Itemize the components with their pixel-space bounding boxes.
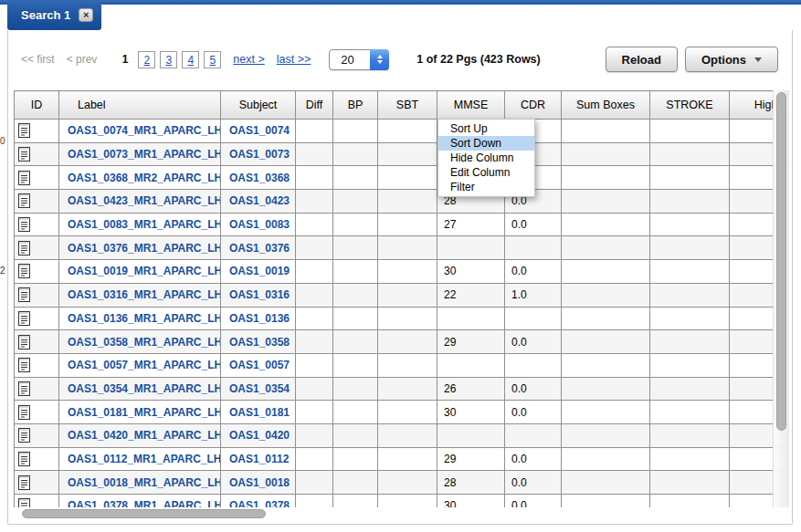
menu-item-edit-column[interactable]: Edit Column — [438, 165, 534, 180]
label-link[interactable]: OAS1_0420_MR1_APARC_LH — [68, 429, 221, 442]
column-header-id[interactable]: ID — [15, 91, 59, 120]
select-stepper-icon — [370, 49, 389, 70]
subject-link[interactable]: OAS1_0083 — [229, 218, 290, 231]
subject-link[interactable]: OAS1_0358 — [229, 336, 290, 349]
subject-link[interactable]: OAS1_0019 — [229, 265, 290, 277]
report-icon[interactable] — [18, 287, 30, 302]
table-row: OAS1_0368_MR2_APARC_LHOAS1_0368 — [15, 166, 790, 190]
vertical-scrollbar[interactable] — [773, 90, 789, 507]
sum-boxes-cell — [562, 495, 650, 508]
bp-cell — [333, 213, 378, 236]
label-link[interactable]: OAS1_0423_MR1_APARC_LH — [68, 194, 221, 207]
report-icon[interactable] — [18, 475, 30, 490]
horizontal-scrollbar-thumb[interactable] — [22, 509, 266, 518]
label-cell: OAS1_0136_MR1_APARC_LH — [59, 307, 221, 330]
menu-item-hide-column[interactable]: Hide Column — [438, 151, 534, 165]
report-icon[interactable] — [18, 147, 30, 162]
table-row: OAS1_0378_MR1_APARC_LHOAS1_0378300.0 — [15, 495, 790, 508]
label-link[interactable]: OAS1_0112_MR1_APARC_LH — [68, 453, 221, 465]
page-link-5[interactable]: 5 — [204, 51, 221, 68]
page-link-2[interactable]: 2 — [138, 51, 155, 68]
label-link[interactable]: OAS1_0316_MR1_APARC_LH — [68, 288, 221, 301]
label-link[interactable]: OAS1_0368_MR2_APARC_LH — [68, 172, 221, 184]
subject-link[interactable]: OAS1_0420 — [229, 429, 290, 442]
table-row: OAS1_0018_MR1_APARC_LHOAS1_0018280.0 — [15, 471, 790, 495]
label-link[interactable]: OAS1_0378_MR1_APARC_LH — [68, 499, 221, 507]
subject-link[interactable]: OAS1_0368 — [229, 172, 290, 184]
label-link[interactable]: OAS1_0073_MR1_APARC_LH — [68, 148, 221, 161]
column-header-mmse[interactable]: MMSE — [437, 91, 505, 120]
tab-search-1[interactable]: Search 1 × — [7, 0, 101, 30]
vertical-scrollbar-thumb[interactable] — [776, 92, 786, 431]
subject-link[interactable]: OAS1_0057 — [229, 359, 290, 371]
report-icon[interactable] — [18, 311, 30, 326]
table-row: OAS1_0316_MR1_APARC_LHOAS1_0316221.0 — [15, 283, 790, 307]
label-link[interactable]: OAS1_0358_MR1_APARC_LH — [68, 336, 221, 349]
column-header-label[interactable]: Label — [59, 91, 221, 120]
pager-first-link[interactable]: << first — [21, 53, 55, 66]
label-link[interactable]: OAS1_0019_MR1_APARC_LH — [68, 265, 221, 277]
diff-cell — [296, 307, 333, 330]
horizontal-scrollbar[interactable] — [14, 507, 789, 520]
report-icon[interactable] — [18, 193, 30, 208]
subject-link[interactable]: OAS1_0073 — [229, 148, 290, 161]
pager-last-link[interactable]: last >> — [277, 53, 311, 66]
subject-link[interactable]: OAS1_0378 — [229, 499, 290, 507]
subject-link[interactable]: OAS1_0136 — [229, 312, 290, 325]
diff-cell — [296, 213, 333, 236]
options-button[interactable]: Options — [685, 47, 778, 72]
menu-item-sort-up[interactable]: Sort Up — [438, 121, 534, 136]
page-link-4[interactable]: 4 — [182, 51, 199, 68]
page-size-select[interactable]: 20 — [329, 49, 389, 70]
column-header-sum-boxes[interactable]: Sum Boxes — [562, 91, 650, 120]
subject-link[interactable]: OAS1_0423 — [229, 194, 290, 207]
bp-cell — [333, 330, 378, 354]
label-link[interactable]: OAS1_0181_MR1_APARC_LH — [68, 406, 221, 419]
column-header-stroke[interactable]: STROKE — [650, 91, 730, 120]
subject-link[interactable]: OAS1_0376 — [229, 242, 290, 255]
label-link[interactable]: OAS1_0136_MR1_APARC_LH — [68, 312, 221, 325]
label-link[interactable]: OAS1_0018_MR1_APARC_LH — [68, 476, 221, 489]
label-link[interactable]: OAS1_0074_MR1_APARC_LH — [68, 124, 221, 137]
bp-cell — [333, 353, 378, 377]
label-link[interactable]: OAS1_0354_MR1_APARC_LH — [68, 382, 221, 395]
report-icon[interactable] — [18, 498, 30, 507]
pager-next-link[interactable]: next > — [233, 53, 264, 66]
label-link[interactable]: OAS1_0376_MR1_APARC_LH — [68, 242, 221, 255]
subject-link[interactable]: OAS1_0354 — [229, 382, 290, 395]
report-icon[interactable] — [18, 123, 30, 138]
report-icon[interactable] — [18, 428, 30, 443]
subject-link[interactable]: OAS1_0112 — [229, 453, 289, 465]
report-icon[interactable] — [18, 381, 30, 396]
report-icon[interactable] — [18, 335, 30, 349]
subject-cell: OAS1_0181 — [221, 401, 296, 424]
label-cell: OAS1_0073_MR1_APARC_LH — [59, 142, 221, 166]
report-icon[interactable] — [18, 171, 30, 185]
pager-prev-link[interactable]: < prev — [67, 53, 98, 66]
column-header-sbt[interactable]: SBT — [378, 91, 437, 120]
report-icon[interactable] — [18, 217, 30, 232]
report-icon[interactable] — [18, 358, 30, 372]
subject-link[interactable]: OAS1_0018 — [229, 476, 290, 489]
sum-boxes-cell — [562, 260, 650, 284]
label-cell: OAS1_0112_MR1_APARC_LH — [59, 447, 221, 471]
diff-cell — [296, 377, 333, 401]
column-header-cdr[interactable]: CDR — [505, 91, 562, 120]
report-icon[interactable] — [18, 241, 30, 256]
subject-link[interactable]: OAS1_0074 — [229, 124, 290, 137]
reload-button[interactable]: Reload — [606, 47, 678, 72]
page-link-3[interactable]: 3 — [160, 51, 177, 68]
column-header-subject[interactable]: Subject — [221, 91, 296, 120]
menu-item-filter[interactable]: Filter — [438, 180, 534, 194]
label-link[interactable]: OAS1_0083_MR1_APARC_LH — [68, 218, 221, 231]
report-icon[interactable] — [18, 264, 30, 278]
report-icon[interactable] — [18, 405, 30, 420]
close-icon[interactable]: × — [79, 8, 93, 22]
subject-link[interactable]: OAS1_0181 — [229, 406, 290, 419]
label-link[interactable]: OAS1_0057_MR1_APARC_LH — [68, 359, 221, 371]
report-icon[interactable] — [18, 452, 30, 466]
column-header-diff[interactable]: Diff — [296, 91, 333, 120]
column-header-bp[interactable]: BP — [333, 91, 378, 120]
menu-item-sort-down[interactable]: Sort Down — [438, 136, 534, 151]
subject-link[interactable]: OAS1_0316 — [229, 288, 290, 301]
